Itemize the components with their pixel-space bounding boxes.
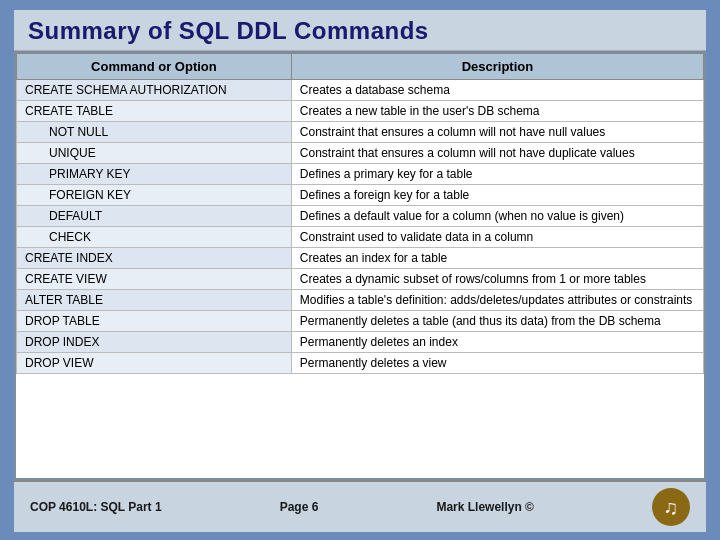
- command-cell: DROP INDEX: [17, 332, 292, 353]
- description-cell: Creates a database schema: [291, 80, 703, 101]
- table-row: UNIQUEConstraint that ensures a column w…: [17, 143, 704, 164]
- footer-logo: ♫: [652, 488, 690, 526]
- description-cell: Permanently deletes a view: [291, 353, 703, 374]
- description-cell: Defines a primary key for a table: [291, 164, 703, 185]
- col-header-command: Command or Option: [17, 54, 292, 80]
- table-row: DROP INDEXPermanently deletes an index: [17, 332, 704, 353]
- command-cell: DROP VIEW: [17, 353, 292, 374]
- ddl-table: Command or Option Description CREATE SCH…: [16, 53, 704, 374]
- footer-left: COP 4610L: SQL Part 1: [30, 500, 162, 514]
- description-cell: Permanently deletes a table (and thus it…: [291, 311, 703, 332]
- command-cell: CHECK: [17, 227, 292, 248]
- description-cell: Defines a default value for a column (wh…: [291, 206, 703, 227]
- table-row: ALTER TABLEModifies a table's definition…: [17, 290, 704, 311]
- command-cell: ALTER TABLE: [17, 290, 292, 311]
- command-cell: DROP TABLE: [17, 311, 292, 332]
- description-cell: Modifies a table's definition: adds/dele…: [291, 290, 703, 311]
- main-content: Command or Option Description CREATE SCH…: [14, 51, 706, 480]
- table-row: DEFAULTDefines a default value for a col…: [17, 206, 704, 227]
- footer-center: Page 6: [280, 500, 319, 514]
- footer-right: Mark Llewellyn ©: [436, 500, 534, 514]
- command-cell: CREATE TABLE: [17, 101, 292, 122]
- table-row: DROP TABLEPermanently deletes a table (a…: [17, 311, 704, 332]
- table-row: FOREIGN KEYDefines a foreign key for a t…: [17, 185, 704, 206]
- command-cell: FOREIGN KEY: [17, 185, 292, 206]
- command-cell: NOT NULL: [17, 122, 292, 143]
- table-row: CREATE TABLECreates a new table in the u…: [17, 101, 704, 122]
- command-cell: PRIMARY KEY: [17, 164, 292, 185]
- description-cell: Constraint that ensures a column will no…: [291, 122, 703, 143]
- command-cell: CREATE SCHEMA AUTHORIZATION: [17, 80, 292, 101]
- description-cell: Defines a foreign key for a table: [291, 185, 703, 206]
- command-cell: CREATE INDEX: [17, 248, 292, 269]
- description-cell: Creates a dynamic subset of rows/columns…: [291, 269, 703, 290]
- table-row: CREATE SCHEMA AUTHORIZATIONCreates a dat…: [17, 80, 704, 101]
- description-cell: Permanently deletes an index: [291, 332, 703, 353]
- description-cell: Creates an index for a table: [291, 248, 703, 269]
- command-cell: DEFAULT: [17, 206, 292, 227]
- table-row: NOT NULLConstraint that ensures a column…: [17, 122, 704, 143]
- footer: COP 4610L: SQL Part 1 Page 6 Mark Llewel…: [14, 480, 706, 532]
- col-header-description: Description: [291, 54, 703, 80]
- title-bar: Summary of SQL DDL Commands: [14, 10, 706, 51]
- page-container: Summary of SQL DDL Commands Command or O…: [0, 0, 720, 540]
- page-title: Summary of SQL DDL Commands: [28, 17, 692, 45]
- table-row: CREATE VIEWCreates a dynamic subset of r…: [17, 269, 704, 290]
- command-cell: CREATE VIEW: [17, 269, 292, 290]
- table-row: CREATE INDEXCreates an index for a table: [17, 248, 704, 269]
- description-cell: Constraint that ensures a column will no…: [291, 143, 703, 164]
- description-cell: Creates a new table in the user's DB sch…: [291, 101, 703, 122]
- description-cell: Constraint used to validate data in a co…: [291, 227, 703, 248]
- command-cell: UNIQUE: [17, 143, 292, 164]
- table-header-row: Command or Option Description: [17, 54, 704, 80]
- table-row: DROP VIEWPermanently deletes a view: [17, 353, 704, 374]
- table-row: CHECKConstraint used to validate data in…: [17, 227, 704, 248]
- table-row: PRIMARY KEYDefines a primary key for a t…: [17, 164, 704, 185]
